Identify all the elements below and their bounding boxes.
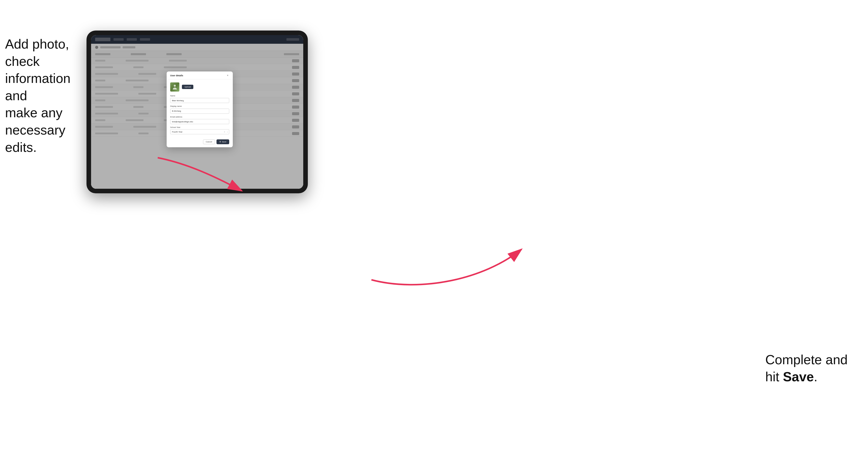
email-field-group: Email address <box>170 116 229 124</box>
school-year-select[interactable]: Fourth Year <box>170 129 229 134</box>
tablet-screen: User details × <box>91 35 303 189</box>
left-annotation: Add photo, check information and make an… <box>5 36 84 156</box>
save-icon: ⬆ <box>219 141 221 143</box>
name-label: Name <box>170 95 229 97</box>
school-year-label: School Year <box>170 126 229 128</box>
save-button[interactable]: ⬆ Save <box>216 139 229 144</box>
avatar-image <box>170 83 179 92</box>
display-name-field-group: Display name <box>170 105 229 114</box>
user-details-modal: User details × <box>167 71 233 148</box>
tablet-frame: User details × <box>87 31 308 193</box>
modal-footer: Cancel ⬆ Save <box>167 139 233 147</box>
select-clear-icon[interactable]: × <box>224 131 225 133</box>
modal-close-button[interactable]: × <box>226 74 229 77</box>
modal-overlay: User details × <box>91 35 303 189</box>
display-name-input[interactable] <box>170 108 229 114</box>
modal-title: User details <box>170 74 183 77</box>
svg-point-0 <box>174 85 176 87</box>
cancel-button[interactable]: Cancel <box>203 139 215 144</box>
school-year-select-wrapper: Fourth Year × ⌄ <box>170 129 229 134</box>
avatar-svg <box>172 84 177 90</box>
email-label: Email address <box>170 116 229 118</box>
avatar-thumbnail <box>170 83 179 92</box>
modal-header: User details × <box>167 71 233 80</box>
name-input[interactable] <box>170 98 229 103</box>
avatar-row: Upload <box>170 83 229 92</box>
modal-body: Upload Name Display name Email addre <box>167 80 233 139</box>
select-arrow-icon[interactable]: ⌄ <box>227 131 228 133</box>
right-annotation: Complete and hit Save. <box>765 351 848 385</box>
upload-button[interactable]: Upload <box>182 85 193 89</box>
name-field-group: Name <box>170 95 229 103</box>
save-button-label: Save <box>222 141 226 143</box>
school-year-field-group: School Year Fourth Year × ⌄ <box>170 126 229 134</box>
school-year-value: Fourth Year <box>172 131 182 133</box>
email-input[interactable] <box>170 119 229 124</box>
display-name-label: Display name <box>170 105 229 107</box>
